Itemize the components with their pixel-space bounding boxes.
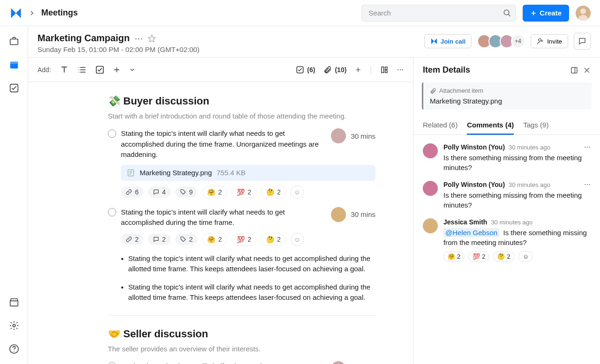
join-call-button[interactable]: Join call — [424, 34, 472, 48]
app-logo[interactable] — [9, 7, 22, 20]
tab-related[interactable]: Related (6) — [423, 116, 458, 134]
document-body[interactable]: 💸 Buyer discussion Start with a brief in… — [28, 82, 413, 364]
agenda-item[interactable]: Stating the topic's intent will clarify … — [108, 207, 375, 228]
svg-point-10 — [13, 324, 15, 327]
comment-more-icon[interactable]: ⋯ — [584, 143, 591, 151]
expand-icon[interactable] — [570, 66, 578, 74]
plus-icon[interactable] — [113, 66, 120, 74]
comment-item: Jessica Smith 30 minutes ago @Helen Gebs… — [423, 218, 591, 262]
search-icon[interactable] — [503, 9, 511, 17]
assignee-avatar[interactable] — [331, 361, 346, 364]
assignee-avatar[interactable] — [331, 128, 346, 143]
attach-type-label: Attachment item — [439, 87, 483, 94]
comment-avatar[interactable] — [423, 143, 438, 158]
gear-icon[interactable] — [8, 319, 21, 332]
tab-tags[interactable]: Tags (9) — [523, 116, 548, 134]
mention[interactable]: @Helen Gebson — [443, 228, 499, 237]
comment-avatar[interactable] — [423, 181, 438, 196]
hug-reaction[interactable]: 🤗 2 — [202, 186, 227, 198]
comment-body-text: Is there something missing from the meet… — [443, 153, 591, 172]
calendar-icon[interactable] — [8, 58, 21, 71]
assignee-avatar[interactable] — [331, 207, 346, 222]
hug-reaction[interactable]: 🤗 2 — [443, 251, 465, 262]
svg-rect-16 — [382, 67, 384, 73]
comment-avatar[interactable] — [423, 218, 438, 233]
create-label: Create — [540, 9, 562, 17]
checkbox-icon[interactable] — [8, 82, 21, 95]
chevron-down-icon[interactable] — [129, 67, 135, 73]
radio-icon[interactable] — [108, 208, 116, 216]
avatar-extra-count[interactable]: +4 — [511, 34, 525, 48]
toolbar: Add: (6) (10) | — [28, 58, 413, 82]
list-icon[interactable] — [77, 65, 87, 74]
more-icon[interactable]: ⋯ — [135, 33, 143, 44]
svg-point-12 — [14, 351, 15, 352]
hundred-reaction[interactable]: 💯 2 — [232, 186, 256, 198]
attach-filename: Marketing Strategy.png — [430, 97, 585, 105]
layout-icon[interactable] — [380, 66, 389, 74]
chat-button[interactable] — [574, 33, 591, 50]
details-panel: Item Details Attachment item Marketing S… — [413, 57, 600, 364]
svg-line-1 — [509, 14, 511, 16]
create-button[interactable]: Create — [523, 5, 569, 22]
item-chips: 6 4 9 🤗 2 💯 2 🤔 2 ☺ — [121, 186, 375, 199]
agenda-item[interactable]: Stating the topic's intent will clarify … — [108, 128, 375, 160]
tab-comments[interactable]: Comments (4) — [467, 116, 514, 135]
radio-icon[interactable] — [108, 362, 116, 364]
attachments-count[interactable]: (10) — [323, 66, 346, 74]
comment-chip[interactable]: 4 — [148, 186, 171, 198]
close-icon[interactable] — [583, 67, 591, 74]
hug-reaction[interactable]: 🤗 2 — [202, 233, 227, 245]
add-reaction-icon[interactable]: ☺ — [291, 233, 304, 246]
star-icon[interactable] — [148, 34, 156, 43]
briefcase-icon[interactable] — [8, 35, 21, 48]
page-header: Marketing Campaign ⋯ Sunday Feb 15, 01:0… — [28, 26, 600, 57]
link-chip[interactable]: 2 — [121, 234, 143, 245]
chevron-right-icon — [29, 10, 35, 16]
bullet-item: Stating the topic's intent will clarify … — [121, 253, 375, 275]
radio-icon[interactable] — [108, 129, 116, 138]
svg-rect-7 — [10, 62, 18, 64]
store-icon[interactable] — [8, 296, 21, 309]
add-reaction-icon[interactable]: ☺ — [291, 186, 304, 199]
tag-chip[interactable]: 2 — [175, 234, 198, 245]
section-description: Start with a brief introduction and roun… — [108, 112, 375, 120]
hundred-reaction[interactable]: 💯 2 — [468, 251, 489, 262]
participant-avatars[interactable]: +4 — [477, 34, 525, 48]
user-avatar[interactable] — [576, 6, 591, 21]
section-divider — [108, 315, 375, 316]
attachment-card[interactable]: Attachment item Marketing Strategy.png — [422, 82, 592, 110]
meeting-time: Sunday Feb 15, 01:00 PM - 02:00 PM (GMT+… — [38, 45, 424, 53]
comment-more-icon[interactable]: ⋯ — [584, 181, 591, 188]
tag-chip[interactable]: 9 — [175, 186, 198, 198]
section-description: The seller provides an overview of their… — [108, 345, 375, 353]
details-tabs: Related (6) Comments (4) Tags (9) — [413, 116, 600, 135]
tasks-count[interactable]: (6) — [296, 66, 315, 74]
sidebar — [0, 26, 28, 364]
svg-rect-17 — [385, 67, 388, 69]
thinking-reaction[interactable]: 🤔 2 — [261, 233, 286, 245]
link-chip[interactable]: 6 — [121, 186, 143, 198]
plus-small-icon[interactable] — [355, 67, 361, 73]
comment-chip[interactable]: 2 — [148, 234, 171, 245]
thinking-reaction[interactable]: 🤔 2 — [493, 251, 514, 262]
invite-button[interactable]: Invite — [531, 34, 568, 48]
meeting-title: Marketing Campaign — [38, 33, 130, 44]
search-input[interactable] — [361, 5, 516, 22]
svg-rect-5 — [10, 39, 18, 45]
hundred-reaction[interactable]: 💯 2 — [232, 233, 256, 245]
comment-item: Polly Winston (You) 30 minutes ago ⋯ Is … — [423, 143, 591, 172]
thinking-reaction[interactable]: 🤔 2 — [261, 186, 286, 198]
comments-list: Polly Winston (You) 30 minutes ago ⋯ Is … — [413, 135, 600, 270]
add-reaction-icon[interactable]: ☺ — [518, 251, 533, 262]
more-icon[interactable]: ⋯ — [397, 66, 404, 74]
agenda-item[interactable]: Stating the topic's intent will clarify … — [108, 361, 375, 364]
help-icon[interactable] — [8, 342, 21, 356]
bullet-item: Stating the topic's intent will clarify … — [121, 282, 375, 303]
section-title: 🤝 Seller discussion — [108, 328, 375, 340]
svg-point-13 — [539, 39, 541, 41]
check-icon[interactable] — [95, 65, 105, 74]
text-icon[interactable] — [60, 65, 69, 74]
comment-body-text: @Helen Gebson Is there something missing… — [443, 228, 591, 247]
attachment-row[interactable]: Marketing Strategy.png 755.4 KB — [121, 165, 375, 181]
